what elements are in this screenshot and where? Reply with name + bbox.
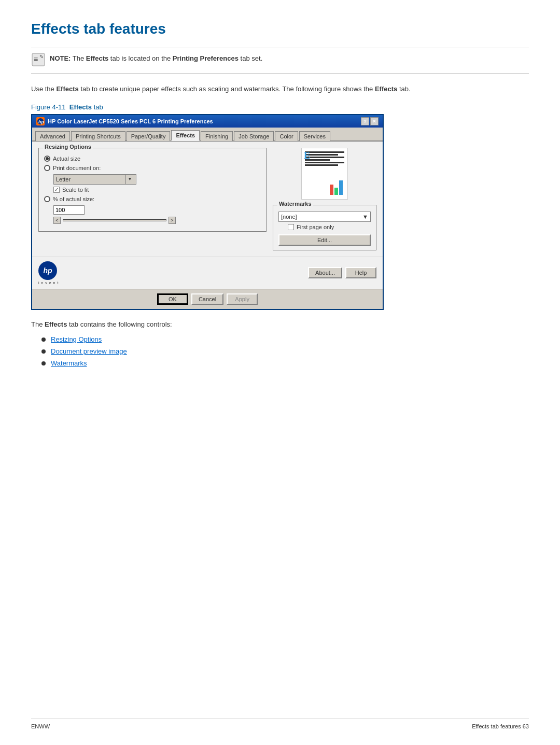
percent-size-label: % of actual size: bbox=[53, 196, 94, 202]
print-document-radio-row[interactable]: Print document on: bbox=[44, 165, 261, 171]
resizing-options-label: Resizing Options bbox=[43, 144, 93, 150]
resizing-options-link[interactable]: Resizing Options bbox=[51, 335, 102, 343]
watermarks-group-label: Watermarks bbox=[277, 201, 313, 207]
tab-effects[interactable]: Effects bbox=[171, 130, 200, 141]
body-intro: Use the Effects tab to create unique pap… bbox=[31, 84, 529, 95]
hp-invent-text: i n v e n t bbox=[38, 281, 59, 285]
tab-bar: Advanced Printing Shortcuts Paper/Qualit… bbox=[32, 128, 383, 142]
watermark-select-row[interactable]: [none] ▼ bbox=[278, 212, 371, 222]
bullet-list: Resizing Options Document preview image … bbox=[31, 335, 529, 367]
note-text: NOTE: The Effects tab is located on the … bbox=[50, 53, 262, 64]
page-footer: ENWW Effects tab features 63 bbox=[31, 719, 529, 729]
actual-size-radio-row[interactable]: Actual size bbox=[44, 156, 261, 162]
ok-button[interactable]: OK bbox=[157, 293, 188, 305]
dialog-title: HP Color LaserJet CP5520 Series PCL 6 Pr… bbox=[48, 118, 213, 124]
slider-right-arrow[interactable]: > bbox=[169, 217, 176, 224]
percent-input-row bbox=[53, 205, 261, 215]
scale-to-fit-label: Scale to fit bbox=[62, 187, 89, 193]
edit-button[interactable]: Edit... bbox=[278, 234, 371, 246]
actual-size-label: Actual size bbox=[53, 156, 80, 162]
watermark-value: [none] bbox=[281, 214, 297, 220]
about-help-buttons: About... Help bbox=[308, 267, 376, 278]
chart-bar-3 bbox=[339, 180, 343, 195]
tab-finishing[interactable]: Finishing bbox=[201, 131, 233, 141]
dialog-bottom: hp i n v e n t About... Help bbox=[32, 257, 383, 289]
paper-select[interactable]: Letter ▼ bbox=[53, 174, 136, 185]
about-button[interactable]: About... bbox=[308, 267, 342, 278]
document-preview-link[interactable]: Document preview image bbox=[51, 347, 127, 355]
bullet-dot-1 bbox=[41, 338, 46, 342]
svg-text:≡: ≡ bbox=[34, 55, 38, 63]
paper-select-row[interactable]: Letter ▼ bbox=[53, 174, 261, 185]
svg-text:hp: hp bbox=[38, 119, 44, 124]
left-panel: Resizing Options Actual size Print docum… bbox=[38, 148, 267, 250]
preview-chart bbox=[330, 179, 345, 195]
preview-line-5 bbox=[305, 162, 344, 163]
tab-color[interactable]: Color bbox=[275, 131, 298, 141]
first-page-only-checkbox[interactable] bbox=[288, 224, 294, 230]
help-titlebar-btn[interactable]: ? bbox=[361, 117, 369, 125]
paper-select-value: Letter bbox=[56, 176, 71, 182]
tab-printing-shortcuts[interactable]: Printing Shortcuts bbox=[71, 131, 125, 141]
apply-button[interactable]: Apply bbox=[227, 293, 258, 305]
slider-track[interactable] bbox=[63, 219, 166, 221]
list-item-document-preview: Document preview image bbox=[41, 347, 529, 355]
preview-line-6 bbox=[305, 164, 338, 166]
preview-letter-e: E bbox=[304, 150, 310, 161]
paper-select-arrow[interactable]: ▼ bbox=[125, 175, 134, 184]
scale-to-fit-checkbox[interactable]: ✓ bbox=[53, 187, 60, 193]
actual-size-radio[interactable] bbox=[44, 156, 50, 162]
cancel-button[interactable]: Cancel bbox=[191, 293, 223, 305]
footer-left: ENWW bbox=[31, 723, 50, 729]
bullet-dot-3 bbox=[41, 361, 46, 366]
bullet-dot-2 bbox=[41, 349, 46, 354]
dialog-content: Resizing Options Actual size Print docum… bbox=[38, 148, 376, 250]
list-item-watermarks: Watermarks bbox=[41, 359, 529, 367]
print-document-label: Print document on: bbox=[53, 165, 101, 171]
tab-advanced[interactable]: Advanced bbox=[35, 131, 70, 141]
chart-bar-1 bbox=[330, 185, 333, 195]
tab-services[interactable]: Services bbox=[299, 131, 330, 141]
dialog-window: hp HP Color LaserJet CP5520 Series PCL 6… bbox=[31, 114, 384, 310]
svg-text:✎: ✎ bbox=[39, 54, 44, 60]
close-titlebar-btn[interactable]: ✕ bbox=[370, 117, 379, 125]
app-icon: hp bbox=[36, 117, 45, 125]
first-page-only-label: First page only bbox=[297, 224, 334, 230]
hp-logo-area: hp i n v e n t bbox=[38, 261, 59, 285]
watermarks-link[interactable]: Watermarks bbox=[51, 359, 87, 367]
dialog-body: Resizing Options Actual size Print docum… bbox=[32, 142, 383, 257]
slider-left-arrow[interactable]: < bbox=[53, 217, 61, 224]
watermarks-group: Watermarks [none] ▼ First page only bbox=[273, 205, 376, 250]
document-preview: E bbox=[301, 148, 348, 200]
tab-paper-quality[interactable]: Paper/Quality bbox=[127, 131, 171, 141]
dialog-footer: OK Cancel Apply bbox=[32, 289, 383, 309]
help-button[interactable]: Help bbox=[345, 267, 376, 278]
footer-right: Effects tab features 63 bbox=[472, 723, 529, 729]
resizing-options-group: Resizing Options Actual size Print docum… bbox=[38, 148, 267, 232]
dialog-titlebar: hp HP Color LaserJet CP5520 Series PCL 6… bbox=[32, 115, 383, 128]
figure-label: Figure 4-11 Effects tab bbox=[31, 103, 529, 111]
chart-bar-2 bbox=[334, 188, 338, 195]
preview-line-1 bbox=[305, 151, 344, 153]
percent-input[interactable] bbox=[53, 205, 85, 215]
slider-row[interactable]: < > bbox=[53, 217, 261, 224]
print-document-radio[interactable] bbox=[44, 165, 50, 171]
tab-job-storage[interactable]: Job Storage bbox=[234, 131, 274, 141]
hp-logo: hp bbox=[38, 261, 57, 280]
page-title: Effects tab features bbox=[31, 21, 529, 37]
titlebar-left: hp HP Color LaserJet CP5520 Series PCL 6… bbox=[36, 117, 213, 125]
preview-line-3 bbox=[305, 157, 344, 158]
first-page-only-row[interactable]: First page only bbox=[288, 224, 371, 230]
percent-size-radio-row[interactable]: % of actual size: bbox=[44, 196, 261, 202]
body-text-2: The Effects tab contains the following c… bbox=[31, 320, 529, 328]
watermark-select[interactable]: [none] ▼ bbox=[278, 212, 371, 222]
watermarks-section: Watermarks [none] ▼ First page only bbox=[273, 205, 376, 250]
scale-to-fit-row[interactable]: ✓ Scale to fit bbox=[53, 187, 261, 193]
titlebar-buttons[interactable]: ? ✕ bbox=[361, 117, 379, 125]
percent-size-radio[interactable] bbox=[44, 196, 50, 202]
note-icon: ≡ ✎ bbox=[31, 52, 46, 67]
list-item-resizing: Resizing Options bbox=[41, 335, 529, 343]
watermark-select-arrow[interactable]: ▼ bbox=[362, 214, 368, 220]
note-box: ≡ ✎ NOTE: The Effects tab is located on … bbox=[31, 48, 529, 74]
right-panel: E Watermarks [none] ▼ bbox=[273, 148, 376, 250]
